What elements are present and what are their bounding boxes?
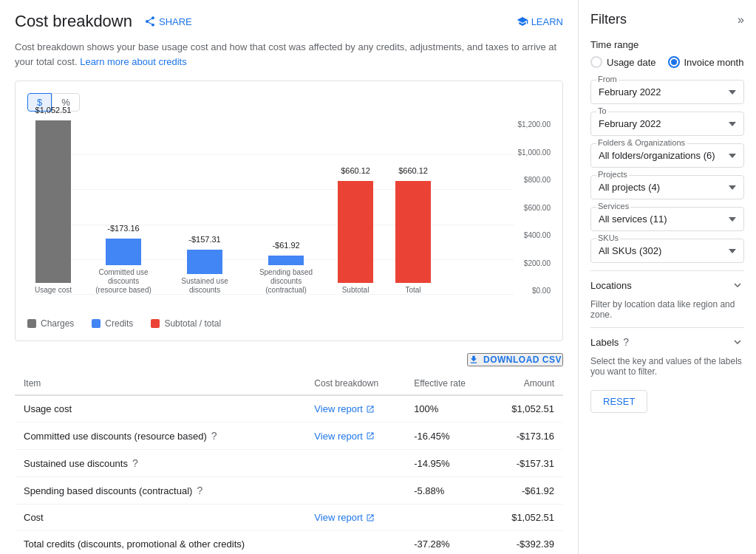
item-spending: Spending based discounts (contractual) ? <box>15 477 305 505</box>
rate-usage-cost: 100% <box>405 395 489 423</box>
bar-x-usage: Usage cost <box>35 286 72 295</box>
view-report-cost[interactable]: View report <box>314 512 396 523</box>
legend-subtotal: Subtotal / total <box>151 318 221 329</box>
time-range-section: Time range Usage date Invoice month <box>590 39 744 68</box>
col-item: Item <box>15 372 305 395</box>
services-select-wrapper: Services All services (11) <box>590 207 744 231</box>
radio-usage-date[interactable]: Usage date <box>590 56 656 68</box>
bar-label-total: $660.12 <box>398 166 428 175</box>
radio-group: Usage date Invoice month <box>590 56 744 68</box>
amount-sustained: -$157.31 <box>489 450 563 477</box>
legend-charges: Charges <box>27 318 74 329</box>
view-report-committed[interactable]: View report <box>314 431 396 442</box>
item-usage-cost: Usage cost <box>15 395 305 423</box>
radio-usage-label: Usage date <box>607 57 656 68</box>
legend-credits-color <box>92 319 101 328</box>
folders-label: Folders & Organizations <box>596 138 687 147</box>
bar-x-committed: Committed use discounts (resource based) <box>94 268 153 295</box>
table-header-row: Item Cost breakdown Effective rate Amoun… <box>15 372 563 395</box>
skus-select-wrapper: SKUs All SKUs (302) <box>590 239 744 263</box>
view-report-usage[interactable]: View report <box>314 403 396 414</box>
help-icon-committed[interactable]: ? <box>211 430 217 442</box>
rate-sustained: -14.95% <box>405 450 489 477</box>
bar-label-sustained: -$157.31 <box>188 235 220 244</box>
download-row: DOWNLOAD CSV <box>15 353 563 366</box>
download-icon <box>469 355 479 365</box>
locations-desc: Filter by location data like region and … <box>590 299 744 320</box>
cb-usage-cost: View report <box>305 395 405 423</box>
legend-charges-color <box>27 319 36 328</box>
labels-chevron-icon <box>731 335 744 349</box>
bar-committed: -$173.16 Committed use discounts (resour… <box>94 239 153 295</box>
bar-label-spending: -$61.92 <box>272 241 299 250</box>
bar-label-usage: $1,052.51 <box>35 106 72 114</box>
cb-committed: View report <box>305 423 405 450</box>
legend-subtotal-label: Subtotal / total <box>164 318 221 329</box>
item-total-credits: Total credits (discounts, promotional & … <box>15 531 305 555</box>
external-link-icon <box>366 513 375 522</box>
cost-table: Item Cost breakdown Effective rate Amoun… <box>15 372 563 554</box>
learn-icon <box>517 16 528 27</box>
bar-subtotal: $660.12 Subtotal <box>338 181 373 295</box>
legend-credits: Credits <box>92 318 133 329</box>
download-csv-button[interactable]: DOWNLOAD CSV <box>467 353 563 366</box>
help-icon-spending[interactable]: ? <box>197 485 202 496</box>
col-effective-rate: Effective rate <box>405 372 489 395</box>
external-link-icon <box>366 405 375 414</box>
table-row: Total credits (discounts, promotional & … <box>15 531 563 555</box>
legend-charges-label: Charges <box>41 318 74 329</box>
radio-invoice-month[interactable]: Invoice month <box>668 56 744 68</box>
skus-label: SKUs <box>596 233 620 242</box>
labels-help-icon[interactable]: ? <box>623 336 629 348</box>
download-label: DOWNLOAD CSV <box>483 355 562 365</box>
item-committed: Committed use discounts (resource based)… <box>15 423 305 450</box>
cb-total-credits <box>305 531 405 555</box>
radio-dot <box>671 59 677 65</box>
bar-x-subtotal: Subtotal <box>342 286 370 295</box>
collapse-panel-icon[interactable]: » <box>738 13 744 27</box>
item-sustained: Sustained use discounts ? <box>15 450 305 477</box>
bar-x-sustained: Sustained use discounts <box>175 277 234 295</box>
help-icon-sustained[interactable]: ? <box>132 457 138 469</box>
description-text: Cost breakdown shows your base usage cos… <box>15 40 563 69</box>
share-button[interactable]: SHARE <box>144 16 192 27</box>
labels-desc: Select the key and values of the labels … <box>590 356 744 377</box>
chart-area: $1,052.51 Usage cost -$173.16 Committed … <box>27 120 551 312</box>
reset-button[interactable]: RESET <box>590 390 647 413</box>
radio-invoice-label: Invoice month <box>684 57 744 68</box>
chart-container: $ % $1,052.51 Usage cost -$173.16 Commit… <box>15 81 563 341</box>
filters-header: Filters » <box>590 12 744 27</box>
bar-usage-cost: $1,052.51 Usage cost <box>35 120 72 295</box>
to-select[interactable]: February 2022 <box>590 112 744 136</box>
projects-select-wrapper: Projects All projects (4) <box>590 175 744 199</box>
table-row: Sustained use discounts ? -14.95% -$157.… <box>15 450 563 477</box>
chart-legend: Charges Credits Subtotal / total <box>27 318 551 329</box>
legend-credits-label: Credits <box>105 318 133 329</box>
col-amount: Amount <box>489 372 563 395</box>
table-row: Cost View report $1,052.51 <box>15 505 563 531</box>
amount-committed: -$173.16 <box>489 423 563 450</box>
to-select-wrapper: To February 2022 <box>590 112 744 136</box>
item-cost: Cost <box>15 505 305 531</box>
locations-section[interactable]: Locations <box>590 270 744 299</box>
from-select-wrapper: From February 2022 <box>590 80 744 104</box>
rate-total-credits: -37.28% <box>405 531 489 555</box>
chart-bars: $1,052.51 Usage cost -$173.16 Committed … <box>35 120 551 312</box>
page-header: Cost breakdown SHARE LEARN <box>15 12 563 31</box>
share-icon <box>144 16 156 27</box>
radio-usage-circle <box>590 56 602 68</box>
cb-spending <box>305 477 405 505</box>
bar-total: $660.12 Total <box>395 181 431 295</box>
bar-x-spending: Spending based discounts (contractual) <box>256 268 316 295</box>
locations-chevron-icon <box>731 278 744 292</box>
amount-usage-cost: $1,052.51 <box>489 395 563 423</box>
rate-committed: -16.45% <box>405 423 489 450</box>
labels-section[interactable]: Labels ? <box>590 327 744 356</box>
bar-label-committed: -$173.16 <box>107 224 139 233</box>
legend-subtotal-color <box>151 319 160 328</box>
table-row: Committed use discounts (resource based)… <box>15 423 563 450</box>
learn-credits-link[interactable]: Learn more about credits <box>80 56 187 67</box>
filters-title: Filters <box>590 12 627 27</box>
radio-invoice-circle <box>668 56 680 68</box>
learn-button[interactable]: LEARN <box>517 16 563 27</box>
